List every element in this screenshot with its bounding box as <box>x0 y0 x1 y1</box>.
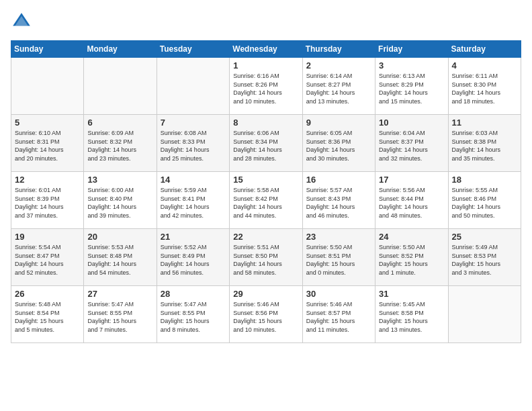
cell-content: Sunrise: 5:47 AM Sunset: 8:55 PM Dayligh… <box>87 300 152 334</box>
column-header-friday: Friday <box>375 41 448 58</box>
cell-content: Sunrise: 5:50 AM Sunset: 8:52 PM Dayligh… <box>379 243 444 277</box>
day-number: 16 <box>306 175 371 185</box>
calendar-cell: 4Sunrise: 6:11 AM Sunset: 8:30 PM Daylig… <box>448 58 521 115</box>
calendar-cell: 25Sunrise: 5:49 AM Sunset: 8:53 PM Dayli… <box>448 229 521 286</box>
calendar-cell: 17Sunrise: 5:56 AM Sunset: 8:44 PM Dayli… <box>375 172 448 229</box>
day-number: 17 <box>379 175 444 185</box>
cell-content: Sunrise: 5:59 AM Sunset: 8:41 PM Dayligh… <box>161 186 226 220</box>
day-number: 10 <box>379 118 444 128</box>
calendar-cell: 26Sunrise: 5:48 AM Sunset: 8:54 PM Dayli… <box>11 286 84 343</box>
cell-content: Sunrise: 6:09 AM Sunset: 8:32 PM Dayligh… <box>87 129 152 163</box>
calendar-cell: 14Sunrise: 5:59 AM Sunset: 8:41 PM Dayli… <box>157 172 229 229</box>
day-number: 11 <box>452 118 517 128</box>
column-header-tuesday: Tuesday <box>157 41 229 58</box>
day-number: 7 <box>161 118 226 128</box>
calendar-cell: 30Sunrise: 5:46 AM Sunset: 8:57 PM Dayli… <box>302 286 375 343</box>
day-number: 8 <box>233 118 298 128</box>
cell-content: Sunrise: 5:52 AM Sunset: 8:49 PM Dayligh… <box>161 243 226 277</box>
day-number: 31 <box>379 289 444 299</box>
cell-content: Sunrise: 5:51 AM Sunset: 8:50 PM Dayligh… <box>233 243 298 277</box>
calendar-cell: 5Sunrise: 6:10 AM Sunset: 8:31 PM Daylig… <box>11 115 84 172</box>
day-number: 9 <box>306 118 371 128</box>
day-number: 6 <box>87 118 152 128</box>
day-number: 1 <box>233 60 298 71</box>
column-header-thursday: Thursday <box>302 41 375 58</box>
calendar-cell: 1Sunrise: 6:16 AM Sunset: 8:26 PM Daylig… <box>230 58 302 115</box>
day-number: 25 <box>452 232 517 242</box>
calendar-cell: 24Sunrise: 5:50 AM Sunset: 8:52 PM Dayli… <box>375 229 448 286</box>
day-number: 28 <box>161 289 226 299</box>
day-number: 5 <box>15 118 80 128</box>
cell-content: Sunrise: 5:49 AM Sunset: 8:53 PM Dayligh… <box>452 243 517 277</box>
calendar-cell: 18Sunrise: 5:55 AM Sunset: 8:46 PM Dayli… <box>448 172 521 229</box>
calendar-cell: 7Sunrise: 6:08 AM Sunset: 8:33 PM Daylig… <box>157 115 229 172</box>
day-number: 4 <box>452 60 517 71</box>
logo-icon <box>11 11 32 32</box>
calendar-cell: 10Sunrise: 6:04 AM Sunset: 8:37 PM Dayli… <box>375 115 448 172</box>
day-number: 26 <box>15 289 80 299</box>
calendar-cell <box>84 58 157 115</box>
cell-content: Sunrise: 5:57 AM Sunset: 8:43 PM Dayligh… <box>306 186 371 220</box>
day-number: 23 <box>306 232 371 242</box>
calendar-cell: 15Sunrise: 5:58 AM Sunset: 8:42 PM Dayli… <box>230 172 302 229</box>
cell-content: Sunrise: 5:46 AM Sunset: 8:56 PM Dayligh… <box>233 300 298 334</box>
cell-content: Sunrise: 5:47 AM Sunset: 8:55 PM Dayligh… <box>161 300 226 334</box>
cell-content: Sunrise: 6:05 AM Sunset: 8:36 PM Dayligh… <box>306 129 371 163</box>
column-header-sunday: Sunday <box>11 41 84 58</box>
day-number: 14 <box>161 175 226 185</box>
day-number: 18 <box>452 175 517 185</box>
cell-content: Sunrise: 5:56 AM Sunset: 8:44 PM Dayligh… <box>379 186 444 220</box>
calendar-cell: 8Sunrise: 6:06 AM Sunset: 8:34 PM Daylig… <box>230 115 302 172</box>
calendar-cell: 31Sunrise: 5:45 AM Sunset: 8:58 PM Dayli… <box>375 286 448 343</box>
cell-content: Sunrise: 5:50 AM Sunset: 8:51 PM Dayligh… <box>306 243 371 277</box>
page-header <box>11 11 521 32</box>
day-number: 3 <box>379 60 444 71</box>
day-number: 21 <box>161 232 226 242</box>
calendar-cell <box>448 286 521 343</box>
day-number: 30 <box>306 289 371 299</box>
cell-content: Sunrise: 6:04 AM Sunset: 8:37 PM Dayligh… <box>379 129 444 163</box>
calendar-cell: 20Sunrise: 5:53 AM Sunset: 8:48 PM Dayli… <box>84 229 157 286</box>
calendar-cell <box>157 58 229 115</box>
calendar-cell: 13Sunrise: 6:00 AM Sunset: 8:40 PM Dayli… <box>84 172 157 229</box>
cell-content: Sunrise: 6:13 AM Sunset: 8:29 PM Dayligh… <box>379 72 444 105</box>
cell-content: Sunrise: 5:58 AM Sunset: 8:42 PM Dayligh… <box>233 186 298 220</box>
column-header-wednesday: Wednesday <box>230 41 302 58</box>
column-header-monday: Monday <box>84 41 157 58</box>
day-number: 2 <box>306 60 371 71</box>
cell-content: Sunrise: 5:54 AM Sunset: 8:47 PM Dayligh… <box>15 243 80 277</box>
cell-content: Sunrise: 6:14 AM Sunset: 8:27 PM Dayligh… <box>306 72 371 105</box>
cell-content: Sunrise: 5:46 AM Sunset: 8:57 PM Dayligh… <box>306 300 371 334</box>
day-number: 22 <box>233 232 298 242</box>
calendar-cell: 6Sunrise: 6:09 AM Sunset: 8:32 PM Daylig… <box>84 115 157 172</box>
calendar-table: SundayMondayTuesdayWednesdayThursdayFrid… <box>11 40 521 343</box>
calendar-cell: 28Sunrise: 5:47 AM Sunset: 8:55 PM Dayli… <box>157 286 229 343</box>
cell-content: Sunrise: 6:11 AM Sunset: 8:30 PM Dayligh… <box>452 72 517 105</box>
calendar-cell: 16Sunrise: 5:57 AM Sunset: 8:43 PM Dayli… <box>302 172 375 229</box>
calendar-cell: 23Sunrise: 5:50 AM Sunset: 8:51 PM Dayli… <box>302 229 375 286</box>
day-number: 13 <box>87 175 152 185</box>
day-number: 29 <box>233 289 298 299</box>
day-number: 19 <box>15 232 80 242</box>
day-number: 15 <box>233 175 298 185</box>
calendar-cell: 19Sunrise: 5:54 AM Sunset: 8:47 PM Dayli… <box>11 229 84 286</box>
calendar-cell: 12Sunrise: 6:01 AM Sunset: 8:39 PM Dayli… <box>11 172 84 229</box>
logo <box>11 11 35 32</box>
calendar-cell: 21Sunrise: 5:52 AM Sunset: 8:49 PM Dayli… <box>157 229 229 286</box>
cell-content: Sunrise: 6:16 AM Sunset: 8:26 PM Dayligh… <box>233 72 298 105</box>
cell-content: Sunrise: 5:48 AM Sunset: 8:54 PM Dayligh… <box>15 300 80 334</box>
calendar-cell: 29Sunrise: 5:46 AM Sunset: 8:56 PM Dayli… <box>230 286 302 343</box>
calendar-cell: 2Sunrise: 6:14 AM Sunset: 8:27 PM Daylig… <box>302 58 375 115</box>
calendar-cell: 27Sunrise: 5:47 AM Sunset: 8:55 PM Dayli… <box>84 286 157 343</box>
cell-content: Sunrise: 6:06 AM Sunset: 8:34 PM Dayligh… <box>233 129 298 163</box>
cell-content: Sunrise: 6:10 AM Sunset: 8:31 PM Dayligh… <box>15 129 80 163</box>
column-header-saturday: Saturday <box>448 41 521 58</box>
cell-content: Sunrise: 5:55 AM Sunset: 8:46 PM Dayligh… <box>452 186 517 220</box>
cell-content: Sunrise: 5:45 AM Sunset: 8:58 PM Dayligh… <box>379 300 444 334</box>
calendar-cell: 22Sunrise: 5:51 AM Sunset: 8:50 PM Dayli… <box>230 229 302 286</box>
cell-content: Sunrise: 6:08 AM Sunset: 8:33 PM Dayligh… <box>161 129 226 163</box>
cell-content: Sunrise: 6:01 AM Sunset: 8:39 PM Dayligh… <box>15 186 80 220</box>
calendar-cell: 3Sunrise: 6:13 AM Sunset: 8:29 PM Daylig… <box>375 58 448 115</box>
day-number: 20 <box>87 232 152 242</box>
calendar-cell: 11Sunrise: 6:03 AM Sunset: 8:38 PM Dayli… <box>448 115 521 172</box>
